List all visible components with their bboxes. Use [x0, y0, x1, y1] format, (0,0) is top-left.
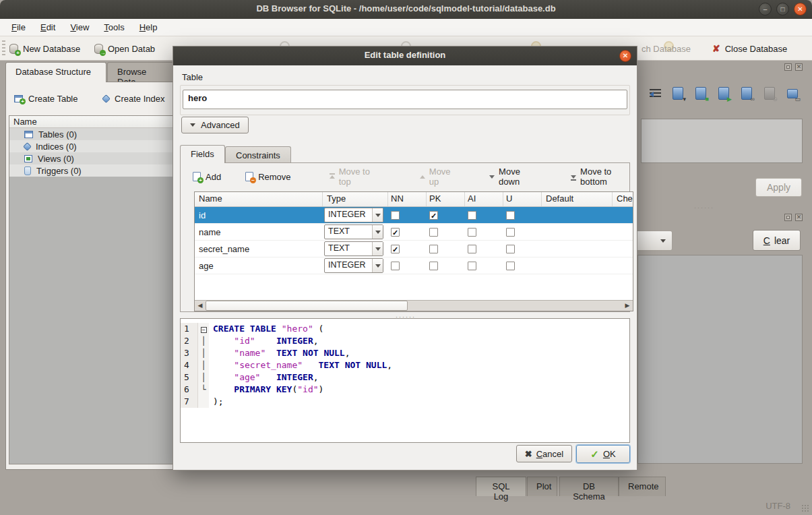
- fields-panel: +Add−RemoveMove to topMove upMove downMo…: [180, 162, 630, 312]
- remove-button[interactable]: −Remove: [245, 172, 290, 182]
- import-cell-icon[interactable]: ▾: [671, 86, 685, 102]
- tab-browse-data[interactable]: Browse Data: [107, 62, 175, 82]
- sql-preview[interactable]: 1−CREATE TABLE "hero" (2│ "id" INTEGER,3…: [180, 318, 630, 443]
- menu-item-file[interactable]: File: [4, 20, 33, 34]
- open-external-icon[interactable]: ▶: [717, 86, 731, 102]
- advanced-button[interactable]: Advanced: [181, 117, 249, 133]
- checkbox[interactable]: [468, 211, 476, 220]
- move-to-bottom-button[interactable]: Move to bottom: [570, 166, 629, 187]
- edit-table-dialog: Edit table definition ✕ Table hero Advan…: [173, 46, 637, 471]
- cell-editor-area[interactable]: [641, 119, 803, 163]
- type-select[interactable]: TEXT: [324, 241, 383, 256]
- sql-line: 1−CREATE TABLE "hero" (: [181, 323, 629, 335]
- line-number: 4: [181, 359, 198, 371]
- menu-item-edit[interactable]: Edit: [33, 20, 63, 34]
- table-icon: [24, 131, 33, 138]
- new-database-button[interactable]: + New Database: [9, 41, 80, 56]
- fold-marker-icon[interactable]: −: [201, 327, 207, 333]
- menu-item-help[interactable]: Help: [132, 20, 165, 34]
- checkbox[interactable]: ✓: [391, 228, 400, 237]
- open-database-button[interactable]: → Open Datab: [94, 41, 155, 56]
- cancel-button[interactable]: ✖ Cancel: [516, 445, 572, 462]
- scroll-right-icon[interactable]: ▶: [622, 301, 633, 311]
- column-header-nn: NN: [388, 192, 427, 206]
- create-table-button[interactable]: + Create Table: [10, 90, 82, 107]
- type-select[interactable]: INTEGER: [324, 258, 383, 273]
- field-row[interactable]: ageINTEGER: [195, 258, 633, 274]
- resize-grip[interactable]: [801, 504, 809, 512]
- checkbox[interactable]: [468, 262, 476, 270]
- checkbox[interactable]: [391, 262, 400, 270]
- toolbar-drag-handle[interactable]: [2, 40, 5, 57]
- ok-button[interactable]: ✓ OK: [576, 445, 630, 463]
- maximize-icon[interactable]: □: [776, 3, 789, 16]
- table-name-input[interactable]: hero: [183, 90, 627, 109]
- checkbox[interactable]: [429, 228, 438, 237]
- dialog-close-icon[interactable]: ✕: [619, 50, 631, 62]
- link-icon[interactable]: ∞: [740, 86, 754, 102]
- checkbox[interactable]: [506, 262, 515, 270]
- checkbox[interactable]: [429, 245, 438, 253]
- checkbox[interactable]: [468, 228, 476, 237]
- sql-log-list[interactable]: [637, 255, 803, 464]
- checkbox[interactable]: [429, 262, 438, 270]
- scroll-left-icon[interactable]: ◀: [195, 301, 206, 311]
- dock-float-icon[interactable]: [784, 63, 792, 71]
- horizontal-scrollbar[interactable]: ◀ ▶: [195, 300, 633, 311]
- tab-constraints[interactable]: Constraints: [225, 146, 291, 163]
- checkbox[interactable]: [468, 245, 476, 253]
- field-row[interactable]: nameTEXT✓: [195, 224, 633, 241]
- field-row[interactable]: secret_nameTEXT✓: [195, 241, 633, 258]
- close-icon[interactable]: ✕: [794, 3, 807, 16]
- bottom-tab-sql-log[interactable]: SQL Log: [476, 477, 526, 496]
- bottom-tab-remote[interactable]: Remote: [619, 477, 666, 496]
- clear-button[interactable]: Clear: [753, 230, 801, 251]
- export-cell-icon[interactable]: ■: [694, 86, 708, 102]
- add-button[interactable]: +Add: [193, 172, 221, 182]
- scrollbar-thumb[interactable]: [206, 301, 408, 311]
- menu-item-view[interactable]: View: [63, 20, 96, 34]
- type-select[interactable]: INTEGER: [324, 208, 383, 222]
- dock-float-icon[interactable]: [784, 214, 792, 221]
- bottom-tab-db-schema[interactable]: DB Schema: [559, 477, 619, 496]
- create-index-button[interactable]: Create Index: [99, 90, 168, 107]
- field-row[interactable]: idINTEGER✓: [195, 207, 633, 224]
- remove-field-icon: −: [245, 172, 253, 181]
- print-icon[interactable]: ▭: [786, 86, 800, 102]
- encoding-indicator[interactable]: UTF-8: [766, 501, 790, 511]
- line-number: 7: [181, 396, 198, 408]
- checkbox[interactable]: [391, 211, 400, 220]
- move-down-button[interactable]: Move down: [489, 166, 535, 187]
- tab-fields[interactable]: Fields: [180, 145, 225, 163]
- column-header-ai: AI: [465, 192, 503, 206]
- close-database-button[interactable]: ✘ Close Database: [712, 41, 787, 56]
- tab-database-structure[interactable]: Database Structure: [5, 62, 106, 82]
- apply-button: Apply: [755, 178, 802, 197]
- window-titlebar: DB Browser for SQLite - /home/user/code/…: [0, 0, 812, 19]
- column-header-u: U: [503, 192, 542, 206]
- checkbox[interactable]: [506, 228, 515, 237]
- bottom-tab-plot[interactable]: Plot: [527, 477, 557, 496]
- checkbox[interactable]: ✓: [429, 211, 438, 220]
- minimize-icon[interactable]: –: [759, 3, 772, 16]
- checkbox[interactable]: ✓: [391, 245, 400, 253]
- edit-cell-toolbar: ▾ ■ ▶ ∞ ⊖ ▭: [648, 86, 800, 102]
- create-index-icon: [102, 94, 111, 103]
- dialog-titlebar[interactable]: Edit table definition ✕: [173, 47, 637, 65]
- line-number: 2: [181, 335, 198, 347]
- dock-close-icon[interactable]: ✕: [795, 63, 803, 71]
- text-mode-icon[interactable]: [648, 86, 662, 102]
- dock-close-icon[interactable]: ✕: [795, 214, 803, 221]
- open-database-icon: →: [94, 44, 103, 54]
- column-header-pk: PK: [427, 192, 465, 206]
- set-null-icon: ⊖: [763, 86, 777, 102]
- dock-splitter[interactable]: ······: [694, 204, 714, 211]
- status-bar: UTF-8: [0, 497, 812, 515]
- menu-item-tools[interactable]: Tools: [96, 20, 131, 34]
- column-header-name: Name: [195, 192, 323, 206]
- checkbox[interactable]: [506, 245, 515, 253]
- line-number: 6: [181, 384, 198, 396]
- checkbox[interactable]: [506, 211, 515, 220]
- type-select[interactable]: TEXT: [324, 224, 383, 239]
- chevron-down-icon: [372, 225, 383, 239]
